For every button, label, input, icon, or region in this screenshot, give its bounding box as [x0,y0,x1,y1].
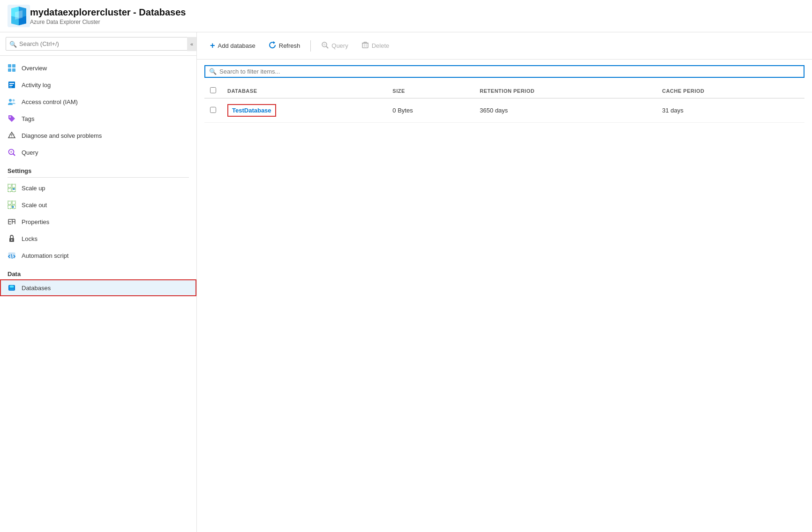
data-section-header: Data [0,264,196,279]
sidebar-item-activity-log[interactable]: Activity log [0,76,196,93]
database-link[interactable]: TestDatabase [227,104,276,117]
delete-label: Delete [372,42,390,49]
sidebar-item-scale-out[interactable]: Scale out [0,196,196,213]
svg-rect-6 [8,64,11,67]
svg-rect-9 [12,68,15,72]
query-icon [8,148,16,157]
row-database-name: TestDatabase [222,98,387,123]
sidebar-item-overview[interactable]: Overview [0,60,196,76]
table-row: TestDatabase 0 Bytes 3650 days 31 days [204,98,804,123]
main-layout: 🔍 « Overview Activity log [0,32,812,532]
sidebar-item-query[interactable]: Query [0,144,196,161]
sidebar-item-locks-label: Locks [22,235,38,242]
svg-rect-28 [8,201,11,204]
sidebar-item-scale-up[interactable]: Scale up [0,180,196,196]
databases-table: DATABASE SIZE RETENTION PERIOD CACHE PER… [204,83,804,123]
data-section-label: Data [8,270,21,277]
search-icon: 🔍 [9,40,17,47]
svg-rect-24 [8,184,11,187]
svg-rect-11 [9,83,14,84]
svg-rect-7 [12,64,15,67]
select-all-col [204,83,222,98]
svg-rect-8 [8,68,11,72]
sidebar-item-tags[interactable]: Tags [0,110,196,127]
svg-point-22 [10,151,12,153]
activity-log-icon [8,81,16,89]
sidebar-item-properties[interactable]: Properties [0,213,196,230]
sidebar-item-access-control[interactable]: Access control (IAM) [0,93,196,110]
add-database-button[interactable]: + Add database [204,37,261,54]
properties-icon [8,217,16,226]
sidebar-item-query-label: Query [22,149,38,156]
svg-point-16 [9,116,11,118]
refresh-button[interactable]: Refresh [263,37,306,54]
scale-up-icon [8,184,16,192]
query-label: Query [331,42,348,49]
sidebar-item-iam-label: Access control (IAM) [22,98,78,105]
overview-icon [8,64,16,72]
sidebar: 🔍 « Overview Activity log [0,32,197,532]
col-database: DATABASE [222,83,387,98]
row-checkbox[interactable] [210,107,216,113]
col-size: SIZE [387,83,474,98]
select-all-checkbox[interactable] [210,87,216,93]
refresh-icon [269,41,276,51]
row-cache: 31 days [656,98,804,123]
sidebar-search-container: 🔍 « [0,32,196,56]
row-retention: 3650 days [474,98,656,123]
svg-point-44 [9,285,14,287]
svg-point-15 [13,99,15,102]
svg-rect-26 [8,188,11,192]
filter-search-icon: 🔍 [209,68,217,75]
page-title: mydataexplorercluster - Databases [30,7,186,18]
col-retention: RETENTION PERIOD [474,83,656,98]
header: mydataexplorercluster - Databases Azure … [0,0,812,32]
sidebar-item-diagnose[interactable]: Diagnose and solve problems [0,127,196,144]
svg-rect-12 [9,85,13,86]
diagnose-icon [8,131,16,140]
sidebar-item-overview-label: Overview [22,65,47,72]
collapse-button[interactable]: « [187,37,196,51]
databases-icon [8,284,16,292]
sidebar-item-diagnose-label: Diagnose and solve problems [22,132,102,139]
svg-marker-47 [273,41,275,44]
app-logo [8,5,30,27]
toolbar: + Add database Refresh [197,32,812,60]
filter-bar: 🔍 [204,65,804,78]
sidebar-item-automation-label: Automation script [22,252,68,259]
filter-input[interactable] [219,68,800,75]
toolbar-divider [310,40,311,52]
locks-icon [8,234,16,243]
svg-point-18 [11,136,12,137]
svg-point-40 [11,240,13,241]
search-input[interactable] [6,37,191,51]
svg-point-14 [9,99,12,102]
sidebar-nav: Overview Activity log [0,56,196,532]
settings-section-label: Settings [8,167,189,178]
table-body: TestDatabase 0 Bytes 3650 days 31 days [204,98,804,123]
sidebar-item-automation[interactable]: Automation script [0,247,196,264]
sidebar-item-properties-label: Properties [22,218,49,225]
svg-point-49 [323,43,326,45]
sidebar-item-scale-out-label: Scale out [22,202,47,209]
sidebar-item-databases[interactable]: Databases [0,279,196,296]
row-checkbox-cell [204,98,222,123]
add-database-label: Add database [218,42,256,49]
svg-rect-29 [12,201,15,204]
sidebar-item-locks[interactable]: Locks [0,230,196,247]
automation-icon [8,251,16,260]
page-subtitle: Azure Data Explorer Cluster [30,19,186,25]
svg-rect-51 [362,43,368,48]
table-area: 🔍 DATABASE SIZE [197,60,812,532]
delete-button[interactable]: Delete [356,37,395,54]
delete-icon [361,41,369,51]
sidebar-item-tags-label: Tags [22,115,34,122]
refresh-label: Refresh [279,42,301,49]
svg-rect-25 [12,184,15,187]
svg-line-50 [326,46,328,48]
sidebar-item-activity-log-label: Activity log [22,82,51,89]
query-button[interactable]: Query [316,37,353,54]
settings-section-header: Settings [0,161,196,180]
tags-icon [8,114,16,123]
svg-rect-13 [9,87,12,87]
